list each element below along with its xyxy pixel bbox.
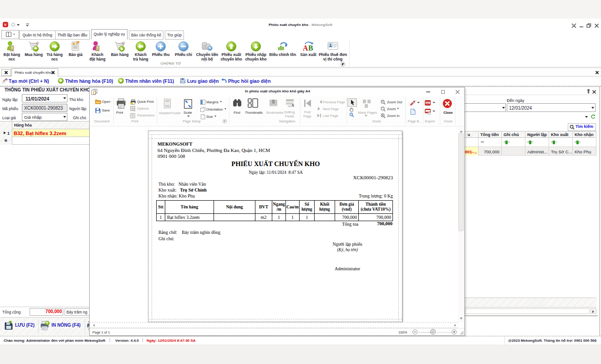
- svg-text:B: B: [308, 44, 313, 52]
- svg-text:A: A: [303, 44, 308, 52]
- svg-text:?: ?: [132, 115, 133, 118]
- svg-text:PDF: PDF: [426, 102, 430, 104]
- svg-text:?: ?: [46, 322, 48, 325]
